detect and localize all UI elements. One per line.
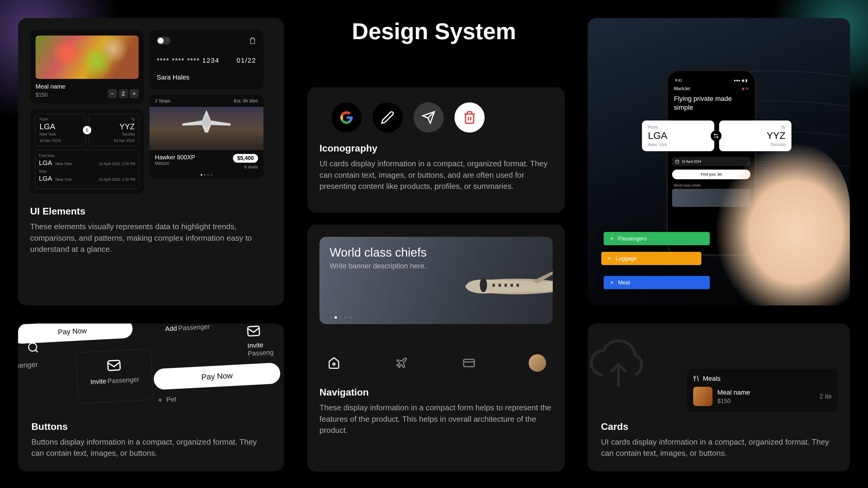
jet-carousel-dots[interactable] <box>150 173 264 178</box>
bottom-navbar <box>319 354 553 372</box>
mail-icon <box>246 324 261 338</box>
search-icon[interactable] <box>27 341 39 354</box>
hand-illustration <box>714 143 850 305</box>
panel-ui-elements: Meal name $150 − 2 + From LGA New York <box>18 18 284 305</box>
pay-now-button[interactable]: Pay Now <box>18 324 133 344</box>
svg-rect-15 <box>107 360 120 370</box>
banner-carousel-dots[interactable] <box>330 316 351 319</box>
jet-seats: 6 seats <box>233 164 258 169</box>
panel-cards: Meals Meal name $150 2 ite Cards UI card… <box>588 324 850 471</box>
chip-luggage[interactable]: Luggage <box>601 252 701 265</box>
jet-image <box>150 107 264 150</box>
card-default-toggle[interactable] <box>157 37 170 44</box>
meal-image <box>36 36 138 79</box>
route-to[interactable]: To YYZ Toronto 10 Apr 2024 <box>89 114 139 146</box>
fuel-stop-code: LGA <box>39 159 52 167</box>
trash-icon <box>463 110 476 124</box>
svg-rect-11 <box>676 160 679 164</box>
calendar-icon <box>675 159 679 164</box>
nav-home[interactable] <box>326 355 342 371</box>
ui-elements-desc: These elements visually represents data … <box>30 221 272 255</box>
meal-mini-price: $150 <box>717 398 750 404</box>
qty-value: 2 <box>119 89 128 98</box>
route-to-city: Toronto <box>93 132 135 136</box>
hero-from-card[interactable]: From LGA New York <box>642 121 714 151</box>
meal-price: $150 <box>36 92 65 98</box>
iconography-title: Iconography <box>319 143 553 154</box>
delete-card-icon[interactable] <box>249 37 256 44</box>
svg-rect-6 <box>510 284 513 287</box>
add-pet-button[interactable]: Pet <box>156 395 176 404</box>
svg-rect-5 <box>504 284 507 287</box>
hero-to-card[interactable]: To YYZ Toronto <box>719 121 792 151</box>
jet-card[interactable]: 2 Stops Est. 5h 30m Hawker 800XP Midsize… <box>150 95 264 178</box>
nav-flights[interactable] <box>394 355 409 371</box>
iconography-desc: UI cards display information in a compac… <box>319 158 553 192</box>
hero-to-city: Toronto <box>725 142 785 147</box>
buttons-desc: Buttons display information in a compact… <box>31 436 271 459</box>
meal-thumbnail <box>693 387 712 406</box>
svg-rect-13 <box>247 326 259 336</box>
send-icon <box>422 110 435 124</box>
cards-desc: UI cards display information in a compac… <box>601 436 837 459</box>
google-auth-button[interactable] <box>332 102 362 133</box>
chip-passengers[interactable]: Passengers <box>604 232 710 245</box>
chip-meal[interactable]: Meal <box>604 276 710 289</box>
route-from-date: 10 Apr 2024 <box>39 138 81 143</box>
edit-button[interactable] <box>373 102 403 133</box>
meal-mini-name: Meal name <box>717 389 750 396</box>
nav-profile-avatar[interactable] <box>529 354 546 372</box>
invite-passenger-button[interactable]: Invite Passeng <box>246 324 284 358</box>
svg-rect-7 <box>517 284 519 287</box>
card-holder-name: Sara Hales <box>157 73 256 82</box>
svg-point-2 <box>480 278 487 292</box>
passenger-label-fragment: ssenger <box>18 360 38 370</box>
fuel-stop-city: New York <box>55 161 72 166</box>
fuel-stop-label: Fuel Stop <box>39 154 135 158</box>
meals-card[interactable]: Meals Meal name $150 2 ite <box>687 369 838 412</box>
delete-button[interactable] <box>455 102 485 133</box>
route-stops: Fuel Stop LGA New York 10 April 2024, 2:… <box>35 150 139 189</box>
qty-decrement-button[interactable]: − <box>108 89 117 98</box>
utensils-icon <box>693 375 700 382</box>
jet-name: Hawker 800XP <box>155 154 195 161</box>
cloud-upload-icon <box>585 335 652 396</box>
route-to-date: 10 Apr 2024 <box>93 138 135 143</box>
buttons-title: Buttons <box>31 421 271 432</box>
qty-increment-button[interactable]: + <box>130 89 138 98</box>
jet-eta: Est. 5h 30m <box>234 98 258 103</box>
phone-menu-icons[interactable]: ◉ ⚙ <box>742 87 749 91</box>
card-number-masked: **** **** **** 1234 <box>157 57 219 64</box>
card-expiry: 01/22 <box>237 57 256 64</box>
send-button[interactable] <box>413 102 444 133</box>
airplane-icon <box>395 357 408 369</box>
svg-point-0 <box>202 116 211 127</box>
page-title: Design System <box>352 18 516 44</box>
ui-elements-title: UI Elements <box>30 206 272 217</box>
stop-code: LGA <box>39 175 52 182</box>
route-from[interactable]: From LGA New York 10 Apr 2024 <box>35 114 86 146</box>
route-to-code: YYZ <box>93 122 135 131</box>
route-from-code: LGA <box>39 122 81 131</box>
svg-rect-3 <box>493 284 495 287</box>
phone-brand: BlackJet <box>674 86 690 91</box>
route-from-city: New York <box>39 132 81 136</box>
google-icon <box>340 110 353 124</box>
panel-iconography: Iconography UI cards display information… <box>307 87 565 213</box>
card-icon <box>463 357 475 369</box>
panel-buttons: Pay Now Add Passenger Invite Passeng sse… <box>18 324 284 471</box>
add-passenger-button[interactable]: Add Passenger <box>165 324 227 358</box>
stop-city: New York <box>55 177 72 182</box>
panel-hero: 9:41●●● ◉ ▮ BlackJet◉ ⚙ Flying private m… <box>588 18 850 305</box>
plus-icon <box>609 236 615 241</box>
pay-now-button-large[interactable]: Pay Now <box>153 362 281 390</box>
hero-from-code: LGA <box>648 130 708 141</box>
invite-passenger-card[interactable]: Invite Passenger <box>76 349 154 404</box>
plus-icon <box>607 256 612 261</box>
svg-point-14 <box>29 343 37 351</box>
nav-wallet[interactable] <box>461 355 477 371</box>
swap-icon[interactable] <box>83 126 91 134</box>
hero-banner[interactable]: World class chiefs Write banner descript… <box>319 237 553 324</box>
mail-icon <box>106 358 121 373</box>
hero-swap-button[interactable] <box>711 130 721 141</box>
